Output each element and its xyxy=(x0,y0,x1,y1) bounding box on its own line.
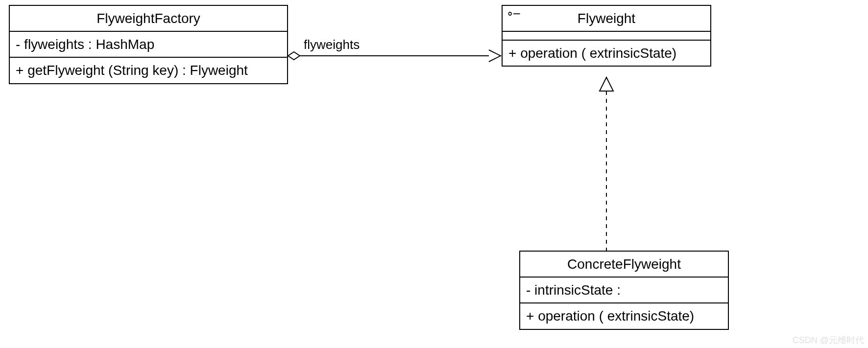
class-name: FlyweightFactory xyxy=(10,6,287,32)
class-attribute: - flyweights : HashMap xyxy=(10,32,287,58)
class-attributes-empty xyxy=(503,32,710,41)
aggregation-label: flyweights xyxy=(304,37,360,52)
diamond-icon xyxy=(288,52,300,60)
uml-class-concreteflyweight: ConcreteFlyweight - intrinsicState : + o… xyxy=(519,251,729,330)
triangle-icon xyxy=(600,77,613,91)
class-name: Flyweight xyxy=(503,6,710,32)
class-attribute: - intrinsicState : xyxy=(520,278,728,303)
class-operation: + operation ( extrinsicState) xyxy=(520,303,728,328)
watermark: CSDN @元维时代 xyxy=(793,334,864,346)
arrowhead-icon xyxy=(489,50,501,62)
lollipop-icon: ⚬─ xyxy=(506,8,519,20)
realization-connector xyxy=(593,77,622,254)
uml-class-flyweightfactory: FlyweightFactory - flyweights : HashMap … xyxy=(9,5,288,84)
class-operation: + getFlyweight (String key) : Flyweight xyxy=(10,58,287,83)
class-operation: + operation ( extrinsicState) xyxy=(503,41,710,66)
uml-class-flyweight: ⚬─ Flyweight + operation ( extrinsicStat… xyxy=(502,5,711,67)
class-name: ConcreteFlyweight xyxy=(520,252,728,278)
